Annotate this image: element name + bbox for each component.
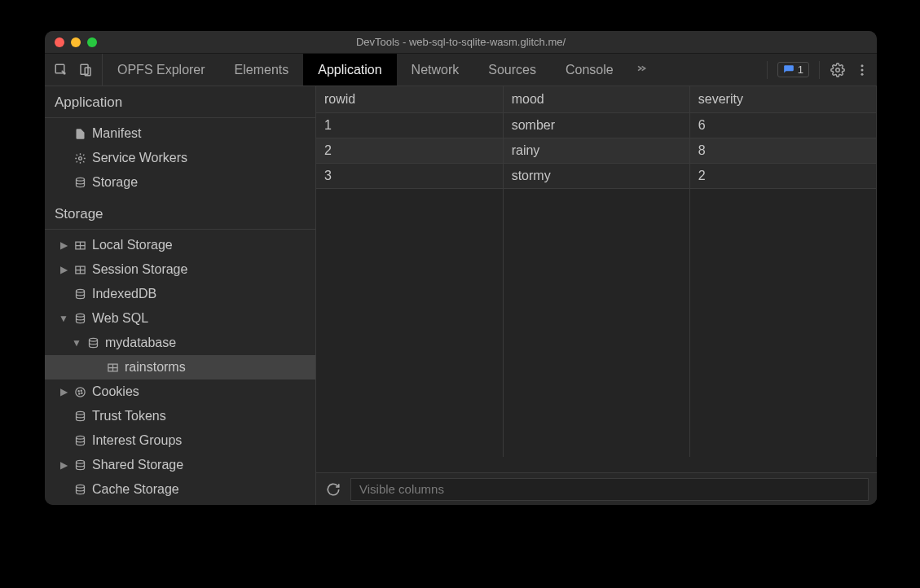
content: rowid mood severity 1 somber 6 2: [316, 86, 877, 505]
database-icon: [73, 175, 87, 190]
svg-point-15: [75, 387, 84, 396]
database-icon: [73, 409, 87, 423]
gear-icon: [73, 151, 87, 165]
sidebar-item-shared-storage[interactable]: ▶ Shared Storage: [45, 453, 315, 477]
label: Cache Storage: [92, 482, 179, 497]
table-empty-space: [316, 188, 877, 457]
data-table: rowid mood severity 1 somber 6 2: [316, 86, 877, 457]
table-footer: [316, 472, 877, 505]
cell: 6: [689, 112, 876, 138]
svg-point-17: [81, 390, 81, 391]
sidebar-item-trust-tokens[interactable]: Trust Tokens: [45, 404, 315, 428]
svg-point-5: [861, 68, 864, 71]
cell: 2: [316, 138, 503, 163]
minimize-window-button[interactable]: [71, 37, 81, 47]
label: rainstorms: [125, 360, 186, 375]
tab-bar: OPFS Explorer Elements Application Netwo…: [103, 54, 759, 86]
more-options-icon[interactable]: [854, 62, 870, 78]
collapse-arrow-icon[interactable]: ▼: [59, 313, 68, 324]
svg-point-13: [89, 338, 97, 341]
cell: 2: [689, 163, 876, 188]
label: Cookies: [92, 384, 139, 399]
sidebar-item-cookies[interactable]: ▶ Cookies: [45, 380, 315, 404]
label: Manifest: [92, 126, 141, 141]
cell: 1: [316, 112, 503, 138]
tab-network[interactable]: Network: [397, 54, 474, 86]
database-icon: [73, 287, 87, 301]
device-toggle-icon[interactable]: [77, 62, 94, 78]
sidebar-item-interest-groups[interactable]: Interest Groups: [45, 428, 315, 453]
database-icon: [73, 433, 87, 448]
titlebar: DevTools - web-sql-to-sqlite-wasm.glitch…: [45, 31, 877, 54]
sidebar-item-cache-storage[interactable]: Cache Storage: [45, 477, 315, 502]
sidebar-item-rainstorms[interactable]: rainstorms: [45, 355, 315, 380]
svg-point-21: [76, 436, 84, 439]
settings-icon[interactable]: [830, 62, 846, 78]
sidebar-item-indexeddb[interactable]: IndexedDB: [45, 282, 315, 306]
toolbar-right: 1: [759, 54, 877, 86]
col-rowid[interactable]: rowid: [316, 86, 503, 112]
cell: 3: [316, 163, 503, 188]
svg-point-18: [78, 393, 79, 393]
svg-point-22: [76, 460, 84, 463]
tab-opfs-explorer[interactable]: OPFS Explorer: [103, 54, 220, 86]
tab-elements[interactable]: Elements: [220, 54, 304, 86]
issues-badge[interactable]: 1: [777, 62, 809, 77]
expand-arrow-icon[interactable]: ▶: [59, 239, 68, 251]
label: Storage: [92, 175, 138, 190]
sidebar-item-service-workers[interactable]: Service Workers: [45, 146, 315, 170]
section-storage-header: Storage: [45, 198, 315, 230]
label: Service Workers: [92, 151, 187, 165]
svg-point-19: [81, 393, 81, 393]
section-storage-tree: ▶ Local Storage ▶ Session Storage: [45, 230, 315, 505]
svg-point-4: [861, 64, 864, 67]
expand-arrow-icon[interactable]: ▶: [59, 459, 68, 471]
sidebar-item-storage[interactable]: Storage: [45, 170, 315, 195]
svg-point-11: [76, 289, 84, 292]
cell: 8: [689, 138, 876, 163]
toolbar: OPFS Explorer Elements Application Netwo…: [45, 54, 877, 86]
database-icon: [73, 458, 87, 472]
maximize-window-button[interactable]: [87, 37, 97, 47]
cell: somber: [503, 112, 689, 138]
sidebar-item-local-storage[interactable]: ▶ Local Storage: [45, 233, 315, 257]
table-header-row: rowid mood severity: [316, 86, 877, 112]
issues-count: 1: [798, 64, 803, 76]
col-mood[interactable]: mood: [503, 86, 689, 112]
tab-sources[interactable]: Sources: [473, 54, 551, 86]
refresh-icon[interactable]: [324, 480, 342, 498]
svg-point-7: [78, 156, 81, 160]
cell: stormy: [503, 163, 689, 188]
body: Application Manifest Service Workers: [45, 86, 877, 505]
database-icon: [86, 336, 100, 350]
sidebar-item-web-sql[interactable]: ▼ Web SQL: [45, 306, 315, 331]
section-application-header: Application: [45, 86, 315, 118]
expand-arrow-icon[interactable]: ▶: [59, 386, 68, 397]
visible-columns-input[interactable]: [350, 478, 869, 501]
sidebar-item-manifest[interactable]: Manifest: [45, 121, 315, 146]
tab-console[interactable]: Console: [551, 54, 628, 86]
label: IndexedDB: [92, 287, 156, 301]
table-wrap: rowid mood severity 1 somber 6 2: [316, 86, 877, 472]
svg-point-6: [861, 72, 864, 75]
svg-point-16: [78, 390, 79, 391]
table-row[interactable]: 1 somber 6: [316, 112, 877, 138]
more-tabs-icon[interactable]: [628, 62, 654, 78]
collapse-arrow-icon[interactable]: ▼: [73, 337, 81, 349]
table-icon: [73, 262, 87, 277]
sidebar-item-mydatabase[interactable]: ▼ mydatabase: [45, 331, 315, 355]
table-row[interactable]: 3 stormy 2: [316, 163, 877, 188]
window-title: DevTools - web-sql-to-sqlite-wasm.glitch…: [45, 36, 877, 48]
svg-point-3: [836, 68, 840, 72]
tab-application[interactable]: Application: [303, 54, 396, 86]
col-severity[interactable]: severity: [689, 86, 876, 112]
inspect-icon[interactable]: [53, 62, 69, 78]
section-application-tree: Manifest Service Workers Storage: [45, 118, 315, 198]
table-row[interactable]: 2 rainy 8: [316, 138, 877, 163]
window-controls: [55, 37, 97, 47]
close-window-button[interactable]: [55, 37, 64, 47]
label: Shared Storage: [92, 458, 183, 472]
expand-arrow-icon[interactable]: ▶: [59, 264, 68, 275]
sidebar-item-session-storage[interactable]: ▶ Session Storage: [45, 257, 315, 282]
cookie-icon: [73, 384, 87, 399]
